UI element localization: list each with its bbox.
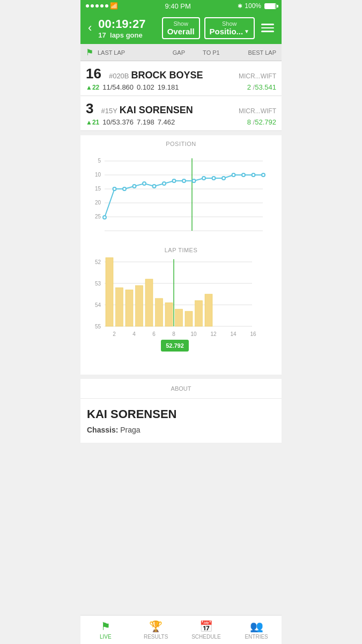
col-best-lap: BEST LAP [227, 49, 276, 56]
chassis-value: Praga [120, 426, 140, 434]
lap-times-chart-title: LAP TIMES [86, 247, 276, 253]
svg-text:52: 52 [95, 259, 101, 265]
bluetooth-icon: ✱ [238, 3, 242, 10]
wifi-icon: 📶 [110, 2, 118, 10]
svg-text:8: 8 [172, 331, 175, 337]
laps-count: 17 [98, 31, 106, 39]
svg-rect-54 [185, 311, 193, 326]
position-chart-title: POSITION [86, 141, 276, 147]
lap-times-chart: LAP TIMES 52 53 54 55 2 4 6 8 10 12 14 1… [86, 247, 276, 361]
driver-2-gap: 7.198 [137, 118, 154, 126]
menu-button[interactable] [259, 21, 276, 34]
driver-1-last-lap: 11/54.860 [102, 83, 134, 91]
driver-1-position: 16 [86, 65, 101, 82]
driver-1-gap: 0.102 [137, 83, 154, 91]
about-chassis: Chassis: Praga [87, 426, 275, 434]
driver-1-best-lap: 2 /53.541 [247, 83, 276, 91]
svg-rect-48 [125, 290, 133, 326]
svg-point-17 [153, 185, 156, 188]
col-last-lap: LAST LAP [98, 49, 162, 56]
svg-rect-55 [195, 301, 203, 326]
svg-rect-51 [156, 298, 163, 326]
overall-btn-value: Overall [167, 27, 195, 36]
position-btn-label: Show [210, 20, 249, 27]
race-info: 00:19:27 17 laps gone [98, 17, 157, 39]
driver-1-pos-change: ▲22 [86, 84, 99, 91]
svg-text:10: 10 [190, 331, 197, 337]
column-headers: ⚑ LAST LAP GAP TO P1 BEST LAP [80, 44, 282, 61]
svg-text:14: 14 [230, 331, 237, 337]
svg-point-16 [143, 182, 146, 185]
driver-card-1[interactable]: 16 #020B BROCK BOYSE MICR...WIFT ▲22 11/… [80, 61, 282, 96]
signal-area: 📶 [86, 2, 118, 10]
svg-text:10: 10 [95, 172, 101, 178]
svg-point-26 [242, 173, 245, 177]
svg-text:16: 16 [250, 331, 256, 337]
show-position-button[interactable]: Show Positio... ▼ [204, 17, 255, 39]
svg-text:55: 55 [95, 324, 101, 330]
race-laps: 17 laps gone [98, 31, 157, 39]
svg-rect-56 [205, 294, 212, 326]
flag-icon: ⚑ [86, 47, 93, 57]
app-header: ‹ 00:19:27 17 laps gone Show Overall Sho… [80, 12, 282, 44]
driver-2-position: 3 [86, 100, 93, 117]
race-timer: 00:19:27 [98, 17, 157, 31]
driver-1-to-p1: 19.181 [158, 83, 179, 91]
show-overall-button[interactable]: Show Overall [162, 17, 200, 39]
status-time: 9:40 PM [165, 2, 190, 10]
dropdown-arrow-icon: ▼ [244, 28, 249, 34]
svg-rect-52 [165, 303, 173, 326]
menu-icon [261, 31, 274, 32]
svg-text:52.792: 52.792 [166, 342, 184, 349]
chassis-label: Chassis: [87, 426, 118, 434]
status-bar: 📶 9:40 PM ✱ 100% [80, 0, 282, 12]
driver-1-team: MICR...WIFT [239, 72, 276, 80]
svg-point-12 [103, 216, 106, 219]
svg-point-25 [232, 173, 235, 177]
driver-2-team: MICR...WIFT [239, 107, 276, 115]
menu-icon [261, 27, 274, 29]
svg-text:20: 20 [95, 200, 101, 206]
battery-icon [264, 3, 276, 9]
svg-text:12: 12 [210, 331, 217, 337]
svg-point-20 [182, 179, 186, 182]
driver-2-name: KAI SORENSEN [120, 105, 193, 116]
svg-rect-53 [175, 309, 183, 326]
driver-2-number: #15Y [101, 107, 117, 115]
about-section: ABOUT KAI SORENSEN Chassis: Praga [80, 379, 282, 443]
svg-rect-49 [136, 286, 143, 326]
svg-point-22 [202, 177, 205, 180]
driver-1-name: BROCK BOYSE [131, 70, 203, 81]
svg-point-28 [262, 173, 265, 177]
svg-point-14 [123, 187, 126, 191]
col-to-p1: TO P1 [195, 49, 228, 56]
svg-point-23 [212, 177, 216, 180]
menu-icon [261, 24, 274, 25]
about-content: KAI SORENSEN Chassis: Praga [80, 399, 282, 443]
svg-text:6: 6 [152, 331, 156, 337]
svg-text:15: 15 [95, 186, 101, 192]
driver-1-number: #020B [109, 72, 129, 80]
back-button[interactable]: ‹ [86, 21, 94, 35]
position-chart: POSITION 5 10 15 20 25 [86, 141, 276, 238]
svg-point-21 [193, 179, 196, 182]
charts-section: POSITION 5 10 15 20 25 [80, 135, 282, 375]
position-btn-value: Positio... [210, 27, 243, 36]
svg-rect-46 [106, 258, 113, 326]
driver-2-pos-change: ▲21 [86, 119, 99, 126]
svg-point-27 [252, 173, 255, 177]
svg-point-13 [113, 187, 116, 191]
driver-2-last-lap: 10/53.376 [102, 118, 134, 126]
battery-area: ✱ 100% [238, 2, 276, 10]
laps-label: laps gone [110, 31, 143, 39]
svg-text:2: 2 [113, 331, 116, 337]
driver-card-2[interactable]: 3 #15Y KAI SORENSEN MICR...WIFT ▲21 10/5… [80, 96, 282, 131]
driver-2-to-p1: 7.462 [158, 118, 175, 126]
svg-text:5: 5 [98, 158, 101, 164]
about-header: ABOUT [80, 379, 282, 399]
overall-btn-label: Show [167, 20, 195, 27]
svg-rect-50 [145, 279, 153, 326]
svg-point-24 [222, 177, 225, 180]
svg-rect-47 [116, 288, 123, 326]
svg-text:54: 54 [95, 302, 101, 308]
